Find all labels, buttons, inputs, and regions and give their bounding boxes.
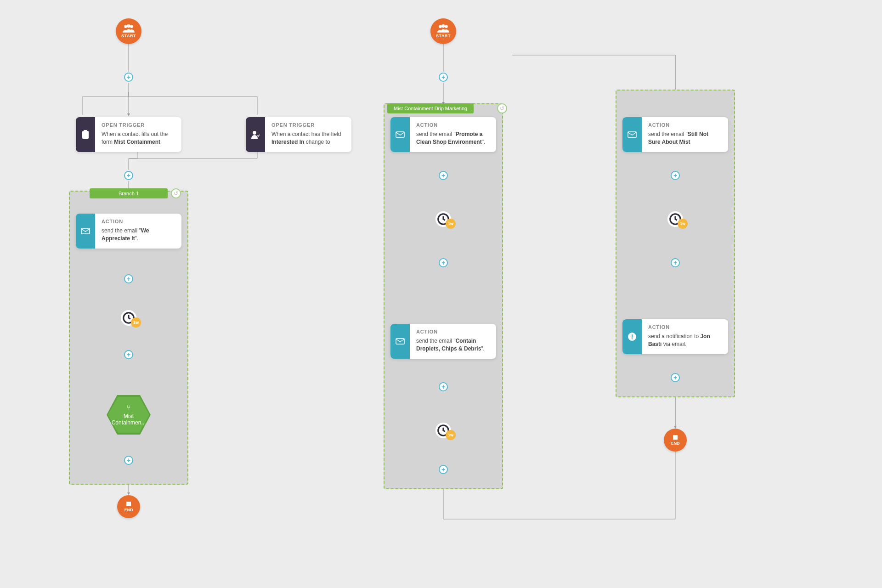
add-step-button[interactable]: + [671, 258, 680, 267]
card-text-bold: Interested In [271, 139, 304, 145]
start-label: START [121, 34, 136, 38]
end-node-a[interactable]: END [117, 495, 140, 518]
svg-rect-30 [84, 130, 87, 132]
add-step-button[interactable]: + [439, 465, 448, 474]
clipboard-icon [76, 117, 95, 152]
stop-icon [673, 435, 678, 440]
delay-badge: 1w [446, 430, 456, 440]
trigger-field-change[interactable]: OPEN TRIGGER When a contact has the fiel… [246, 117, 351, 152]
delay-badge: 1w [446, 219, 456, 229]
card-text-bold: Mist Containment [114, 139, 160, 145]
svg-rect-39 [396, 132, 404, 137]
card-text-pre: When a contact has the field [271, 131, 341, 137]
branch-settings-button[interactable]: ↺ [171, 188, 181, 198]
svg-rect-28 [82, 131, 89, 139]
alert-icon [622, 319, 642, 354]
add-step-button[interactable]: + [671, 373, 680, 382]
svg-point-36 [439, 25, 442, 28]
end-node-c[interactable]: END [664, 429, 687, 452]
add-step-button[interactable]: + [124, 350, 133, 359]
mail-icon [390, 117, 410, 152]
add-step-button[interactable]: + [439, 382, 448, 391]
card-text-post: ". [481, 345, 485, 352]
card-head: OPEN TRIGGER [271, 122, 345, 129]
start-label: START [436, 34, 451, 38]
svg-rect-32 [81, 228, 90, 234]
card-head: ACTION [416, 122, 490, 129]
svg-rect-47 [632, 338, 633, 339]
delay-node[interactable]: 1w [667, 211, 683, 227]
end-label: END [671, 441, 679, 446]
svg-point-37 [441, 24, 445, 28]
action-contain-droplets[interactable]: ACTION send the email "Contain Droplets,… [390, 324, 496, 359]
branch-settings-button[interactable]: ↺ [497, 103, 507, 113]
action-still-not-sure[interactable]: ACTION send the email "Still Not Sure Ab… [622, 117, 728, 152]
card-head: ACTION [102, 218, 175, 226]
card-text-pre: send the email " [416, 131, 456, 137]
card-head: OPEN TRIGGER [102, 122, 175, 129]
people-icon [437, 24, 449, 33]
mail-icon [622, 117, 642, 152]
trigger-form-fill[interactable]: OPEN TRIGGER When a contact fills out th… [76, 117, 181, 152]
mail-icon [390, 324, 410, 359]
svg-point-38 [445, 25, 448, 28]
action-promote-clean[interactable]: ACTION send the email "Promote a Clean S… [390, 117, 496, 152]
svg-point-31 [253, 131, 256, 135]
delay-node[interactable]: 1w [435, 211, 451, 227]
add-step-button[interactable]: + [439, 171, 448, 180]
subflow-hex-node[interactable]: ⑂ Mist Containmen... [106, 394, 152, 435]
add-step-button[interactable]: + [124, 274, 133, 283]
branch2-label[interactable]: Mist Containment Drip Marketing [387, 103, 474, 113]
add-step-button[interactable]: + [124, 456, 133, 465]
action-notify-jon[interactable]: ACTION send a notification to Jon Basti … [622, 319, 728, 354]
svg-point-25 [124, 25, 127, 28]
card-head: ACTION [416, 328, 490, 336]
branch1-label[interactable]: Branch 1 [90, 188, 168, 198]
workflow-canvas[interactable]: START + OPEN TRIGGER When a contact fill… [0, 0, 882, 588]
svg-rect-41 [396, 339, 404, 344]
card-head: ACTION [648, 324, 722, 331]
card-text-post: change to [304, 139, 330, 145]
delay-badge: 1w [678, 219, 688, 229]
svg-rect-43 [628, 132, 636, 137]
svg-point-26 [127, 24, 130, 28]
card-text-post: ". [482, 139, 486, 145]
delay-badge: 1w [131, 317, 141, 328]
add-step-button[interactable]: + [124, 73, 133, 82]
end-label: END [124, 508, 133, 512]
card-text-post: ". [135, 235, 139, 242]
people-icon [123, 24, 135, 33]
start-node-b[interactable]: START [430, 18, 456, 44]
card-text-pre: send a notification to [648, 333, 700, 339]
card-head: ACTION [648, 122, 722, 129]
action-we-appreciate[interactable]: ACTION send the email "We Appreciate It"… [76, 214, 181, 249]
contact-icon [246, 117, 265, 152]
card-text-pre: send the email " [416, 338, 456, 344]
add-step-button[interactable]: + [671, 171, 680, 180]
card-text-pre: send the email " [102, 227, 141, 234]
card-text-post: via email. [662, 341, 686, 347]
mail-icon [76, 214, 95, 249]
delay-node[interactable]: 1w [435, 423, 451, 438]
svg-rect-46 [632, 334, 633, 338]
hex-label: Mist Containmen... [109, 413, 148, 426]
start-node-a[interactable]: START [116, 18, 141, 44]
add-step-button[interactable]: + [439, 73, 448, 82]
delay-node[interactable]: 1w [121, 310, 136, 326]
branch-icon: ⑂ [109, 404, 148, 411]
add-step-button[interactable]: + [439, 258, 448, 267]
add-step-button[interactable]: + [124, 171, 133, 180]
stop-icon [126, 502, 131, 506]
svg-point-27 [130, 25, 133, 28]
card-text-pre: send the email " [648, 131, 688, 137]
